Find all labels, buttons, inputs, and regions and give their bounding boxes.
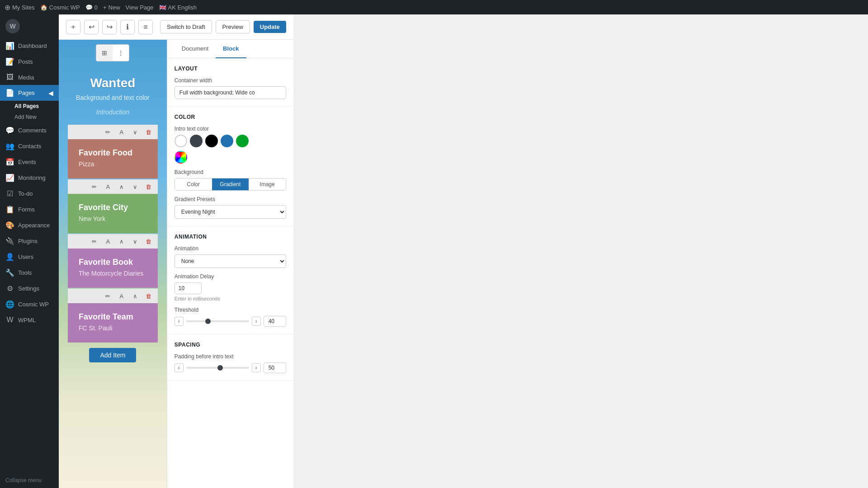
admin-bar-new[interactable]: + New [103,4,120,11]
item-row-toolbar-food: ✏ A ∨ 🗑 [68,125,158,139]
sidebar-collapse[interactable]: Collapse menu [0,473,59,488]
item-delete-button-team[interactable]: 🗑 [143,291,154,301]
sidebar-sub-all-pages[interactable]: All Pages [0,101,59,112]
sidebar-item-forms[interactable]: 📋 Forms [0,202,59,217]
sidebar-item-monitoring[interactable]: 📈 Monitoring [0,170,59,186]
sidebar-item-wpml[interactable]: W WPML [0,312,59,328]
sidebar-item-contacts[interactable]: 👥 Contacts [0,138,59,154]
color-black[interactable] [205,135,218,147]
admin-bar-view-page[interactable]: View Page [126,4,154,11]
item-edit-button-team[interactable]: ✏ [103,291,113,301]
sidebar-item-cosmicwp[interactable]: 🌐 Cosmic WP [0,296,59,312]
events-icon: 📅 [5,158,14,166]
threshold-increase-button[interactable]: › [252,317,261,326]
sidebar-item-tools[interactable]: 🔧 Tools [0,265,59,281]
animation-delay-input[interactable] [175,282,202,294]
sidebar-item-media[interactable]: 🖼 Media [0,70,59,85]
sidebar-item-posts[interactable]: 📝 Posts [0,54,59,70]
item-edit-button-food[interactable]: ✏ [103,127,113,137]
threshold-slider-thumb[interactable] [205,319,211,324]
add-block-button[interactable]: + [66,20,80,34]
gradient-presets-select[interactable]: Evening Night [175,205,286,219]
item-edit-button-book[interactable]: ✏ [89,236,100,247]
color-white[interactable] [175,135,187,147]
padding-slider-row: ‹ › [175,362,286,373]
editor-canvas: ⊞ ⋮ Wanted Background and text color Int… [59,40,167,488]
sidebar-item-pages[interactable]: 📄 Pages ◀ [0,85,59,101]
threshold-value-input[interactable] [264,316,286,327]
sidebar-item-events[interactable]: 📅 Events [0,154,59,170]
item-down-button-book[interactable]: ∨ [130,236,141,247]
bg-tab-gradient[interactable]: Gradient [212,178,249,190]
container-width-input[interactable] [175,86,286,99]
padding-slider-track[interactable] [186,367,249,369]
container-width-label: Container width [175,77,286,84]
block-toolbar-options[interactable]: ⋮ [113,45,129,61]
wordpress-icon: ⊕ [5,3,10,12]
wp-logo: W [5,19,20,33]
threshold-slider-row: ‹ › [175,316,286,327]
item-font-button-book[interactable]: A [103,236,113,247]
sidebar-item-dashboard[interactable]: 📊 Dashboard [0,38,59,54]
admin-bar-cosmic-wp[interactable]: 🏠 Cosmic WP [40,4,80,11]
collapse-sidebar-arrow[interactable]: ◀ [48,89,53,97]
item-up-button-city[interactable]: ∧ [116,181,127,192]
block-toolbar-grid[interactable]: ⊞ [96,45,113,61]
item-up-button-book[interactable]: ∧ [116,236,127,247]
item-card-team: Favorite Team FC St. Pauli [68,303,158,343]
menu-button[interactable]: ≡ [138,20,153,34]
item-edit-button-city[interactable]: ✏ [89,181,100,192]
item-expand-button-food[interactable]: ∨ [130,127,141,137]
item-down-button-city[interactable]: ∨ [130,181,141,192]
padding-slider-thumb[interactable] [217,365,223,371]
background-label: Background [175,169,286,175]
animation-section-title: Animation [175,234,286,240]
panel-layout-section: Layout Container width [167,58,293,107]
padding-increase-button[interactable]: › [252,363,261,372]
sidebar-item-todo[interactable]: ☑ To-do [0,186,59,202]
item-delete-button-city[interactable]: 🗑 [143,181,154,192]
item-row-book: ✏ A ∧ ∨ 🗑 Favorite Book The Motorcycle D… [68,234,158,288]
admin-bar-my-sites[interactable]: ⊕ My Sites [5,3,35,12]
sidebar-item-comments[interactable]: 💬 Comments [0,122,59,138]
redo-button[interactable]: ↪ [102,20,117,34]
preview-button[interactable]: Preview [216,20,250,33]
page-intro: Introduction [68,108,158,116]
info-button[interactable]: ℹ [120,20,135,34]
bg-tab-color[interactable]: Color [175,178,212,190]
item-font-button-team[interactable]: A [116,291,127,301]
add-item-button[interactable]: Add Item [89,348,136,362]
item-delete-button-book[interactable]: 🗑 [143,236,154,247]
color-green[interactable] [236,135,249,147]
update-button[interactable]: Update [254,21,286,33]
threshold-slider-track[interactable] [186,320,249,322]
sidebar-item-appearance[interactable]: 🎨 Appearance [0,217,59,233]
item-row-team: ✏ A ∧ 🗑 Favorite Team FC St. Pauli [68,289,158,343]
color-blue[interactable] [221,135,233,147]
item-up-button-team[interactable]: ∧ [130,291,141,301]
animation-delay-row [175,282,286,294]
padding-before-intro-input[interactable] [264,362,286,373]
bg-tab-image[interactable]: Image [249,178,286,190]
sidebar-item-users[interactable]: 👤 Users [0,249,59,265]
item-font-button-city[interactable]: A [103,181,113,192]
tab-block[interactable]: Block [216,40,246,58]
appearance-icon: 🎨 [5,221,14,230]
undo-button[interactable]: ↩ [84,20,99,34]
switch-to-draft-button[interactable]: Switch to Draft [160,20,212,33]
item-font-button-food[interactable]: A [116,127,127,137]
item-delete-button-food[interactable]: 🗑 [143,127,154,137]
admin-bar-comments[interactable]: 💬 0 [85,4,98,11]
sidebar-item-plugins[interactable]: 🔌 Plugins [0,233,59,249]
users-icon: 👤 [5,253,14,261]
threshold-decrease-button[interactable]: ‹ [175,317,184,326]
padding-decrease-button[interactable]: ‹ [175,363,184,372]
animation-select[interactable]: None [175,254,286,268]
sidebar-sub-add-new[interactable]: Add New [0,112,59,122]
color-dark-gray[interactable] [190,135,203,147]
admin-bar-english[interactable]: 🇬🇧 AK English [159,4,197,11]
tab-document[interactable]: Document [175,40,216,58]
color-gradient[interactable] [175,151,187,164]
sidebar-item-settings[interactable]: ⚙ Settings [0,281,59,296]
add-item-bar: Add Item [59,343,167,367]
